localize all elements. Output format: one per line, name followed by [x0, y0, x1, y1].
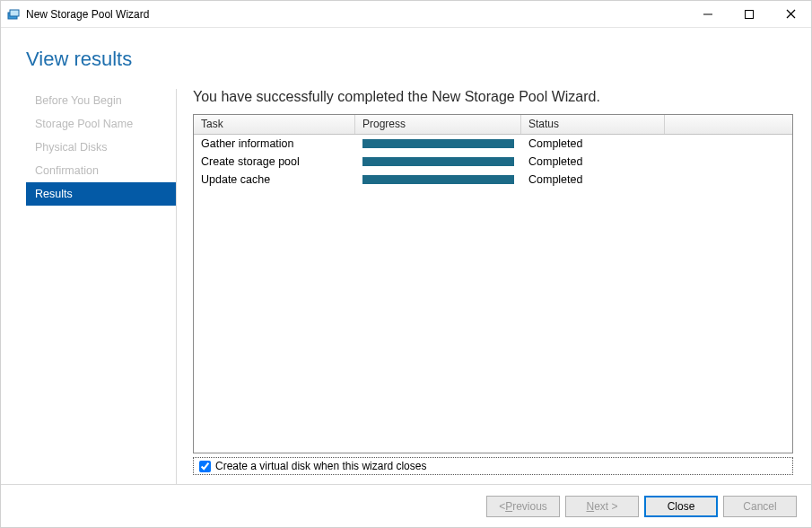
next-button: Next >: [565, 496, 639, 517]
svg-rect-1: [10, 10, 19, 16]
minimize-button[interactable]: [687, 1, 729, 27]
create-virtual-disk-checkbox[interactable]: [199, 461, 211, 472]
sidebar-item-storage-pool-name[interactable]: Storage Pool Name: [26, 112, 176, 136]
task-progress: [355, 175, 521, 184]
column-header-task[interactable]: Task: [194, 115, 355, 134]
task-progress: [355, 157, 521, 166]
task-status: Completed: [521, 173, 665, 186]
titlebar: New Storage Pool Wizard: [1, 1, 811, 28]
create-virtual-disk-checkbox-row[interactable]: Create a virtual disk when this wizard c…: [193, 457, 793, 475]
close-button[interactable]: Close: [644, 496, 718, 517]
task-name: Gather information: [194, 137, 355, 150]
body: Before You Begin Storage Pool Name Physi…: [1, 89, 811, 484]
column-header-progress[interactable]: Progress: [355, 115, 521, 134]
table-row: Create storage pool Completed: [194, 153, 792, 171]
progress-bar: [362, 157, 514, 166]
task-table: Task Progress Status Gather information …: [193, 114, 793, 453]
wizard-steps-sidebar: Before You Begin Storage Pool Name Physi…: [26, 89, 177, 484]
task-status: Completed: [521, 137, 665, 150]
task-progress: [355, 139, 521, 148]
main-heading: You have successfully completed the New …: [193, 89, 793, 114]
column-header-status[interactable]: Status: [521, 115, 665, 134]
sidebar-item-confirmation[interactable]: Confirmation: [26, 159, 176, 182]
column-header-spacer: [665, 115, 792, 134]
task-table-header: Task Progress Status: [194, 115, 792, 135]
page-heading: View results: [1, 28, 811, 89]
window-controls: [687, 1, 811, 27]
cancel-button: Cancel: [723, 496, 797, 517]
sidebar-item-before-you-begin[interactable]: Before You Begin: [26, 89, 176, 112]
table-row: Gather information Completed: [194, 135, 792, 153]
wizard-window: New Storage Pool Wizard View results Bef…: [0, 0, 812, 528]
content: View results Before You Begin Storage Po…: [1, 28, 811, 484]
sidebar-item-physical-disks[interactable]: Physical Disks: [26, 136, 176, 159]
table-row: Update cache Completed: [194, 171, 792, 189]
progress-bar: [362, 175, 514, 184]
task-name: Update cache: [194, 173, 355, 186]
task-status: Completed: [521, 155, 665, 168]
footer: < Previous Next > Close Cancel: [1, 484, 811, 527]
window-title: New Storage Pool Wizard: [26, 8, 149, 21]
checkbox-label: Create a virtual disk when this wizard c…: [215, 460, 426, 472]
task-rows: Gather information Completed Create stor…: [194, 135, 792, 453]
main-panel: You have successfully completed the New …: [177, 89, 793, 484]
previous-button: < Previous: [486, 496, 560, 517]
sidebar-item-results[interactable]: Results: [26, 182, 176, 206]
app-icon: [6, 7, 21, 22]
maximize-button[interactable]: [729, 1, 770, 27]
close-window-button[interactable]: [770, 1, 811, 27]
task-name: Create storage pool: [194, 155, 355, 168]
progress-bar: [362, 139, 514, 148]
svg-rect-3: [746, 10, 754, 18]
